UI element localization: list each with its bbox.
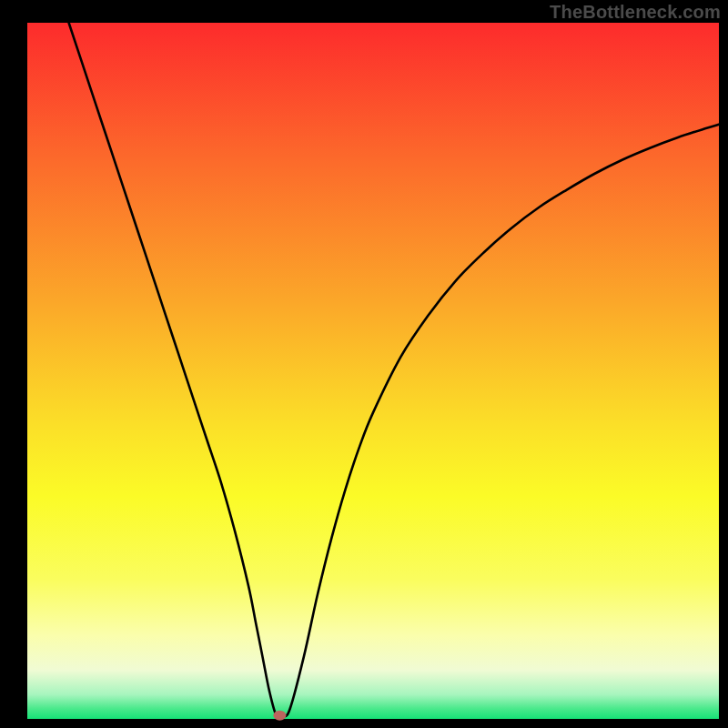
optimal-point-marker	[273, 711, 286, 721]
watermark-text: TheBottleneck.com	[550, 2, 721, 23]
plot-background	[27, 23, 719, 719]
chart-frame: TheBottleneck.com	[0, 0, 728, 728]
bottleneck-chart	[0, 0, 728, 728]
